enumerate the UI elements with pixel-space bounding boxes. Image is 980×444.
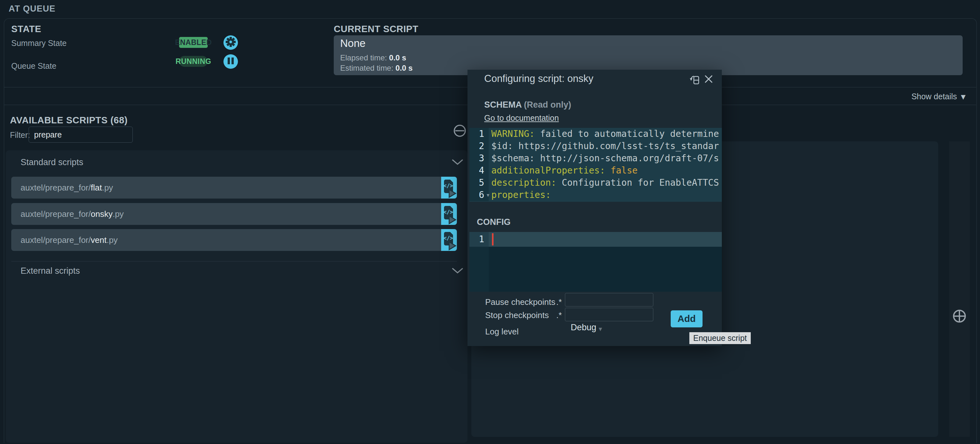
show-details-arrow-icon: ▼ [961, 93, 966, 100]
config-editor-body[interactable] [469, 247, 722, 292]
stop-checkpoints-input[interactable] [565, 308, 653, 321]
standard-scripts-label: Standard scripts [21, 157, 83, 167]
launch-script-icon: </> [441, 191, 457, 200]
elapsed-time: Elapsed time: 0.0 s [340, 53, 406, 62]
close-modal-button[interactable] [703, 74, 714, 86]
script-row-vent[interactable]: auxtel/prepare_for/vent.py </> [11, 229, 457, 251]
minus-circle-icon [453, 133, 466, 138]
stop-checkpoints-label: Stop checkpoints [485, 310, 549, 320]
launch-script-button[interactable]: </> [441, 203, 457, 225]
log-level-label: Log level [485, 327, 519, 337]
chevron-down-icon [452, 161, 464, 167]
modal-title: Configuring script: onsky [484, 73, 593, 84]
text-cursor [492, 233, 493, 246]
schema-line: 3 $schema: http://json-schema.org/draft-… [469, 152, 722, 165]
pause-icon [223, 54, 238, 70]
launch-script-button[interactable]: </> [441, 229, 457, 251]
svg-text:</>: </> [443, 209, 453, 215]
external-scripts-collapse[interactable] [452, 267, 464, 276]
launch-script-icon: </> [441, 217, 457, 227]
launch-script-button[interactable]: </> [441, 177, 457, 198]
current-script-name: None [340, 37, 366, 49]
queue-scrollbar[interactable] [949, 141, 970, 437]
at-queue-view: AT QUEUE STATE Summary State Queue State… [0, 0, 980, 444]
show-details-toggle[interactable]: Show details ▼ [912, 92, 966, 101]
log-level-select[interactable]: Debug [571, 323, 597, 333]
pause-checkpoints-label: Pause checkpoints [485, 297, 555, 307]
pause-queue-button[interactable] [223, 54, 238, 69]
schema-editor[interactable]: 1 WARNING: failed to automatically deter… [469, 128, 722, 202]
summary-state-label: Summary State [11, 38, 67, 48]
configure-script-modal: Configuring script: onsky SCHEMA (Rea [468, 70, 722, 346]
estimated-time: Estimated time: 0.0 s [340, 63, 412, 73]
queue-state-label: Queue State [11, 61, 56, 71]
schema-heading: SCHEMA (Read only) [484, 100, 571, 110]
collapse-available-scripts-button[interactable] [453, 124, 466, 139]
script-row-flat[interactable]: auxtel/prepare_for/flat.py </> [11, 177, 457, 198]
schema-line: 1 WARNING: failed to automatically deter… [469, 128, 722, 140]
summary-state-config-button[interactable] [223, 35, 238, 50]
config-active-line[interactable]: 1 [469, 232, 722, 247]
add-button[interactable]: Add [671, 310, 703, 327]
pause-checkpoints-input[interactable] [565, 293, 653, 306]
current-script-card: None Elapsed time: 0.0 s Estimated time:… [334, 35, 963, 75]
summary-state-badge: ENABLED [179, 37, 208, 48]
script-row-onsky[interactable]: auxtel/prepare_for/onsky.py </> [11, 203, 457, 225]
filter-label: Filter: [10, 130, 30, 140]
schema-line: 4 additionalProperties: false [469, 165, 722, 177]
fold-arrow-icon: ▾ [487, 189, 489, 201]
dropdown-arrow-icon[interactable]: ▾ [599, 325, 602, 333]
detach-dialog-button[interactable] [689, 74, 701, 87]
schema-line: 2 $id: https://github.com/lsst-ts/ts_sta… [469, 140, 722, 152]
close-icon [703, 80, 714, 86]
chevron-down-icon [452, 270, 464, 275]
scripts-divider [11, 261, 457, 262]
gear-icon [223, 35, 238, 51]
svg-text:</>: </> [443, 235, 453, 241]
schema-line: 5 description: Configuration for EnableA… [469, 177, 722, 189]
config-editor[interactable]: 1 [469, 232, 722, 292]
svg-text:</>: </> [443, 182, 453, 189]
filter-input[interactable] [29, 127, 133, 143]
current-script-heading: CURRENT SCRIPT [334, 24, 418, 34]
stop-checkpoints-regex: .* [556, 310, 562, 320]
external-scripts-label: External scripts [21, 266, 80, 276]
standard-scripts-collapse[interactable] [452, 159, 464, 167]
enqueue-script-tooltip: Enqueue script [689, 332, 751, 344]
duplicate-window-icon [689, 81, 701, 87]
page-title: AT QUEUE [9, 4, 56, 14]
queue-state-badge: RUNNING [179, 56, 208, 67]
documentation-link[interactable]: Go to documentation [484, 113, 559, 123]
schema-line: 6▾ properties: [469, 189, 722, 201]
config-heading: CONFIG [477, 217, 511, 227]
available-scripts-heading: AVAILABLE SCRIPTS (68) [10, 115, 128, 125]
launch-script-icon: </> [441, 243, 457, 253]
state-heading: STATE [11, 24, 41, 34]
crosshair-icon[interactable] [952, 309, 967, 325]
pause-checkpoints-regex: .* [556, 297, 562, 307]
